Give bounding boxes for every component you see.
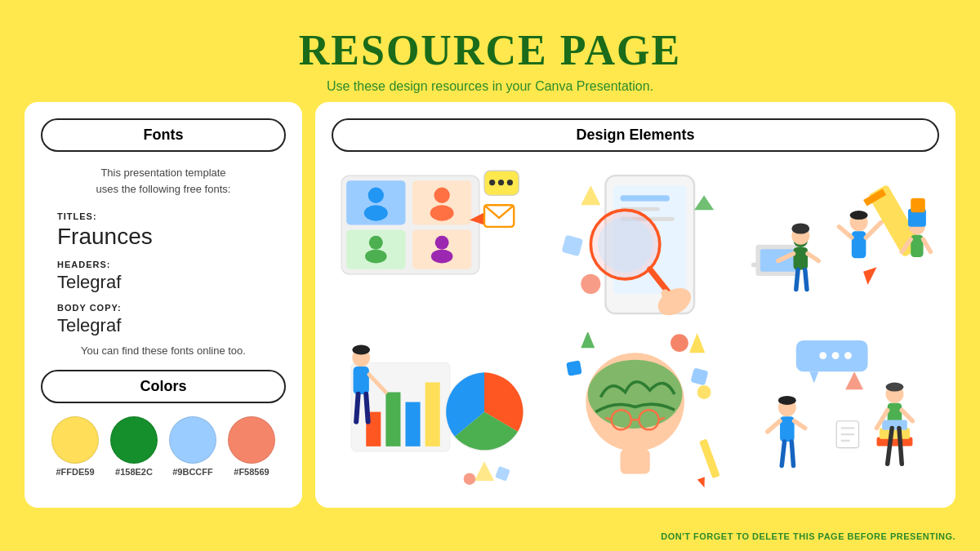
svg-point-11 — [435, 236, 449, 250]
svg-point-12 — [431, 250, 453, 264]
svg-point-103 — [885, 382, 903, 391]
fonts-header: Fonts — [41, 118, 286, 152]
svg-rect-71 — [495, 466, 510, 482]
svg-point-43 — [791, 223, 809, 233]
fonts-description: This presentation templateuses the follo… — [41, 165, 286, 197]
svg-line-40 — [795, 269, 797, 289]
svg-point-93 — [831, 352, 839, 359]
color-swatches: #FFDE59 #158E2C #9BCCFF #F58569 — [41, 416, 286, 477]
font-entry-body: BODY COPY: Telegraf — [41, 300, 286, 336]
svg-point-92 — [819, 352, 826, 359]
design-elements-header: Design Elements — [332, 118, 939, 152]
color-swatch-blue: #9BCCFF — [169, 416, 216, 477]
svg-point-14 — [489, 180, 495, 185]
svg-line-41 — [804, 269, 806, 289]
svg-rect-60 — [385, 392, 400, 446]
svg-line-111 — [899, 428, 902, 464]
page-subtitle: Use these design resources in your Canva… — [0, 79, 980, 94]
color-swatch-yellow: #FFDE59 — [51, 416, 99, 477]
svg-line-100 — [782, 442, 784, 466]
svg-point-5 — [368, 188, 384, 203]
colors-header: Colors — [41, 370, 286, 403]
svg-point-83 — [670, 334, 688, 352]
illustration-charts — [332, 332, 528, 491]
svg-line-99 — [794, 420, 804, 428]
svg-line-68 — [356, 394, 358, 422]
design-cell-4 — [332, 332, 528, 491]
svg-point-96 — [778, 396, 796, 405]
svg-point-10 — [365, 250, 387, 264]
svg-line-57 — [923, 239, 930, 251]
svg-line-39 — [808, 253, 818, 260]
svg-point-65 — [352, 344, 370, 354]
svg-point-25 — [598, 217, 653, 273]
svg-point-15 — [498, 180, 504, 185]
svg-rect-75 — [621, 449, 650, 473]
svg-marker-112 — [845, 371, 863, 389]
illustration-collab — [742, 332, 939, 491]
design-cell-3 — [742, 165, 939, 324]
svg-point-94 — [844, 352, 852, 359]
color-swatch-coral: #F58569 — [228, 416, 275, 477]
footer-note: DON'T FORGET TO DELETE THIS PAGE BEFORE … — [661, 531, 956, 541]
font-label-titles: TITLES: — [57, 211, 97, 221]
svg-point-16 — [507, 180, 513, 185]
color-circle-blue — [169, 416, 216, 464]
main-content: Fonts This presentation templateuses the… — [24, 102, 956, 508]
fonts-note: You can find these fonts online too. — [41, 344, 286, 357]
svg-line-47 — [839, 227, 851, 238]
svg-marker-50 — [863, 267, 876, 285]
font-name-headers: Telegraf — [57, 272, 286, 293]
font-entry-headers: HEADERS: Telegraf — [41, 256, 286, 293]
svg-rect-66 — [354, 367, 369, 394]
font-name-titles: Fraunces — [57, 224, 286, 250]
svg-point-31 — [581, 274, 601, 294]
svg-line-109 — [902, 410, 912, 420]
illustration-brain — [537, 332, 733, 491]
svg-line-48 — [866, 222, 881, 238]
design-elements-grid — [332, 165, 939, 491]
font-name-body: Telegraf — [57, 315, 286, 336]
color-circle-yellow — [51, 416, 99, 464]
svg-marker-32 — [694, 195, 714, 210]
svg-point-45 — [849, 211, 867, 220]
svg-marker-81 — [689, 333, 705, 353]
svg-marker-70 — [474, 461, 494, 481]
svg-point-9 — [369, 236, 383, 250]
svg-rect-21 — [621, 195, 670, 201]
color-swatch-green: #158E2C — [110, 416, 158, 477]
svg-marker-88 — [697, 477, 708, 489]
svg-rect-61 — [405, 402, 420, 446]
svg-marker-91 — [809, 371, 818, 383]
svg-point-72 — [464, 473, 475, 484]
design-cell-2 — [537, 165, 733, 324]
svg-rect-30 — [562, 234, 584, 256]
svg-rect-97 — [780, 416, 795, 442]
svg-marker-29 — [581, 185, 601, 205]
svg-rect-62 — [425, 382, 440, 446]
color-circle-green — [110, 416, 158, 464]
svg-line-101 — [791, 442, 793, 466]
svg-line-98 — [767, 420, 779, 431]
illustration-video-call — [332, 165, 528, 324]
svg-rect-37 — [793, 247, 808, 269]
svg-rect-107 — [882, 420, 907, 429]
illustration-magnify — [537, 165, 733, 324]
svg-point-6 — [364, 205, 388, 220]
font-label-headers: HEADERS: — [57, 260, 110, 269]
svg-rect-46 — [851, 231, 866, 258]
color-hex-blue: #9BCCFF — [172, 467, 213, 477]
svg-line-69 — [366, 394, 368, 422]
illustration-people — [742, 165, 939, 324]
svg-rect-89 — [795, 340, 867, 371]
svg-point-86 — [697, 385, 711, 399]
color-hex-yellow: #FFDE59 — [56, 467, 94, 477]
color-hex-green: #158E2C — [115, 467, 153, 477]
svg-point-8 — [430, 205, 454, 220]
color-hex-coral: #F58569 — [234, 467, 269, 477]
svg-point-7 — [434, 188, 449, 203]
design-cell-5 — [537, 332, 733, 491]
colors-section: Colors #FFDE59 #158E2C #9BCCFF #F58569 — [41, 370, 286, 477]
svg-rect-85 — [567, 360, 583, 376]
svg-rect-82 — [691, 367, 709, 385]
